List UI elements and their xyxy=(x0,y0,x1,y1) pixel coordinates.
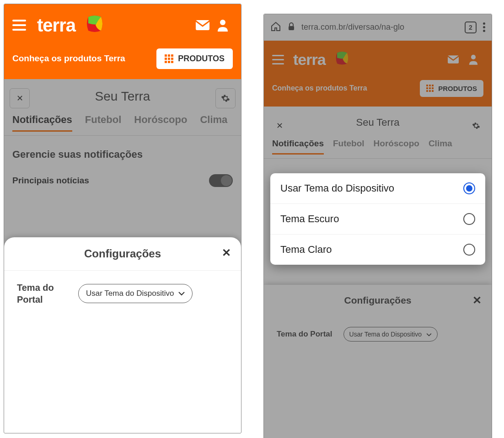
mail-icon[interactable] xyxy=(443,49,463,69)
sheet-title: Configurações xyxy=(84,247,161,260)
toggle-label: Principais notícias xyxy=(12,176,89,186)
tab-count-button[interactable]: 2 xyxy=(465,21,477,33)
toggle-switch[interactable] xyxy=(209,174,233,187)
products-banner-text: Conheça os produtos Terra xyxy=(12,53,156,64)
svg-rect-3 xyxy=(448,55,459,64)
brand-wordmark[interactable]: terra xyxy=(37,15,75,36)
tab-horoscopo[interactable]: Horóscopo xyxy=(134,114,187,132)
lock-icon xyxy=(288,22,295,32)
svg-point-4 xyxy=(471,55,476,59)
panel-header: ✕ Seu Terra xyxy=(264,107,492,139)
mail-icon[interactable] xyxy=(193,15,213,35)
screenshot-left: terra Conheça os produtos Terra PRODUTOS xyxy=(4,4,241,433)
tab-futebol[interactable]: Futebol xyxy=(333,139,365,155)
theme-option-label: Usar Tema do Dispositivo xyxy=(280,182,394,194)
app-header: terra xyxy=(4,4,241,46)
theme-option-device[interactable]: Usar Tema do Dispositivo xyxy=(270,173,485,204)
tab-horoscopo[interactable]: Horóscopo xyxy=(374,139,419,155)
screenshot-right: terra.com.br/diversao/na-glo 2 terra xyxy=(263,14,492,438)
svg-rect-0 xyxy=(196,20,209,30)
tab-notificacoes[interactable]: Notificações xyxy=(272,139,324,155)
grid-icon xyxy=(426,85,434,92)
browser-menu-button[interactable] xyxy=(483,22,485,32)
sheet-header: Configurações ✕ xyxy=(4,237,241,271)
tab-notificacoes[interactable]: Notificações xyxy=(12,114,72,132)
user-panel: ✕ Seu Terra Notificações Futebol Horósco… xyxy=(4,79,241,192)
gear-icon xyxy=(221,94,230,103)
radio-unselected-icon xyxy=(463,213,475,225)
user-icon[interactable] xyxy=(463,49,483,69)
theme-option-light[interactable]: Tema Claro xyxy=(270,235,485,265)
products-banner: Conheça os produtos Terra PRODUTOS xyxy=(4,46,241,79)
tabs-bar: Notificações Futebol Horóscopo Clima xyxy=(264,139,492,159)
user-panel: ✕ Seu Terra Notificações Futebol Horósco… xyxy=(264,107,492,159)
tab-futebol[interactable]: Futebol xyxy=(85,114,121,132)
dim-overlay-sheet xyxy=(264,285,492,438)
theme-field-label: Tema do Portal xyxy=(17,282,67,305)
toggle-row-principais-noticias: Principais notícias xyxy=(4,169,241,192)
menu-button[interactable] xyxy=(272,55,284,64)
browser-chrome: terra.com.br/diversao/na-glo 2 xyxy=(264,14,492,41)
radio-unselected-icon xyxy=(463,244,475,256)
products-banner-text: Conheça os produtos Terra xyxy=(272,84,420,92)
menu-button[interactable] xyxy=(12,20,26,31)
tab-clima[interactable]: Clima xyxy=(429,139,452,155)
settings-gear-button[interactable] xyxy=(215,88,236,108)
theme-select-value: Usar Tema do Dispositivo xyxy=(86,289,174,298)
tabs-bar: Notificações Futebol Horóscopo Clima xyxy=(4,114,241,136)
theme-picker-popup: Usar Tema do Dispositivo Tema Escuro Tem… xyxy=(270,173,485,265)
products-button[interactable]: PRODUTOS xyxy=(420,80,483,97)
radio-selected-icon xyxy=(463,182,475,194)
brand-wordmark[interactable]: terra xyxy=(293,51,326,69)
gear-icon xyxy=(472,122,480,130)
close-sheet-button[interactable]: ✕ xyxy=(222,246,231,259)
products-banner: Conheça os produtos Terra PRODUTOS xyxy=(264,78,492,107)
products-button-label: PRODUTOS xyxy=(178,54,225,64)
panel-title: Seu Terra xyxy=(95,89,150,104)
url-bar[interactable]: terra.com.br/diversao/na-glo xyxy=(301,22,458,32)
panel-header: ✕ Seu Terra xyxy=(4,79,241,114)
settings-gear-button[interactable] xyxy=(466,116,486,136)
svg-point-1 xyxy=(220,20,225,25)
close-panel-button[interactable]: ✕ xyxy=(10,88,30,108)
grid-icon xyxy=(165,54,173,63)
theme-select[interactable]: Usar Tema do Dispositivo xyxy=(78,284,193,303)
theme-option-label: Tema Escuro xyxy=(280,213,339,225)
user-icon[interactable] xyxy=(213,15,233,35)
theme-option-label: Tema Claro xyxy=(280,244,332,256)
chevron-down-icon xyxy=(178,289,185,298)
sheet-body: Tema do Portal Usar Tema do Dispositivo xyxy=(4,271,241,316)
app-header: terra xyxy=(264,41,492,78)
notifications-section-title: Gerencie suas notificações xyxy=(4,136,241,169)
svg-rect-2 xyxy=(289,26,294,30)
theme-option-dark[interactable]: Tema Escuro xyxy=(270,204,485,235)
home-icon[interactable] xyxy=(270,21,281,34)
settings-sheet: Configurações ✕ Tema do Portal Usar Tema… xyxy=(4,237,241,433)
close-panel-button[interactable]: ✕ xyxy=(269,116,290,136)
tab-clima[interactable]: Clima xyxy=(200,114,227,132)
products-button[interactable]: PRODUTOS xyxy=(156,48,233,69)
brand-logo-icon xyxy=(82,11,107,39)
panel-title: Seu Terra xyxy=(356,117,400,128)
brand-logo-icon xyxy=(332,48,352,70)
products-button-label: PRODUTOS xyxy=(438,85,477,92)
